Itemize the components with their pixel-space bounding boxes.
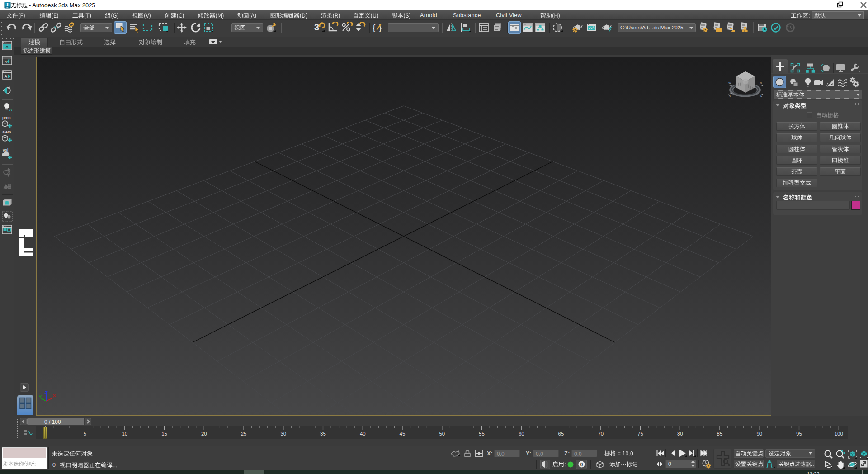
svg-text:20: 20 [201,431,207,436]
svg-text:35: 35 [320,431,326,436]
svg-text:80: 80 [677,431,683,436]
svg-text:95: 95 [796,431,802,436]
svg-text:A: A [5,45,9,49]
svg-text:15: 15 [161,431,167,436]
svg-text:40: 40 [360,431,366,436]
svg-text:S: S [729,95,731,98]
svg-text:30: 30 [280,431,286,436]
svg-text:MAX: MAX [6,7,9,9]
svg-text:50: 50 [439,431,445,436]
svg-text:0: 0 [580,462,583,467]
svg-text:55: 55 [479,431,485,436]
svg-text:N: N [760,82,762,85]
svg-text:5: 5 [84,431,86,436]
svg-text:3: 3 [6,2,9,7]
svg-text:25: 25 [241,431,247,436]
svg-text:A: A [5,74,8,79]
svg-text:60: 60 [519,431,524,436]
svg-text:85: 85 [717,431,723,436]
svg-text:{: { [373,23,376,32]
svg-text:A: A [5,59,8,64]
svg-text:45: 45 [400,431,406,436]
svg-text:100: 100 [835,431,843,436]
svg-text:A: A [9,108,13,112]
svg-text:75: 75 [637,431,643,436]
svg-text:65: 65 [558,431,564,436]
svg-text:70: 70 [598,431,604,436]
svg-text:90: 90 [756,431,762,436]
svg-text:3: 3 [314,22,319,32]
svg-text:W: W [728,82,731,85]
svg-text:10: 10 [122,431,127,436]
